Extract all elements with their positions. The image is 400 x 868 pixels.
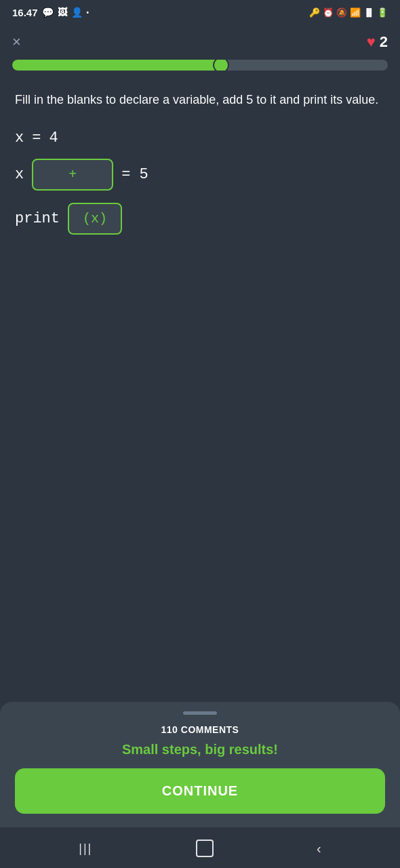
bottom-sheet: 110 COMMENTS Small steps, big results! C… [0, 702, 400, 827]
whatsapp-icon: 💬 [42, 7, 54, 18]
status-time: 16.47 [12, 7, 38, 18]
continue-button[interactable]: CONTINUE [15, 768, 385, 814]
code-area: x = 4 x + = 5 print (x) [15, 130, 385, 235]
close-button[interactable]: × [12, 35, 21, 50]
code-equals-1: = [32, 130, 41, 146]
code-line-1: x = 4 [15, 130, 385, 146]
battery-icon: 🔋 [377, 7, 388, 18]
person-icon: 👤 [71, 7, 83, 18]
lives-count: 2 [380, 33, 388, 51]
mute-icon: 🔕 [336, 7, 347, 18]
signal-icon: ▐▌ [363, 8, 374, 16]
heart-icon: ♥ [367, 33, 376, 51]
code-x-2: x [15, 166, 24, 183]
bottom-handle [183, 711, 217, 715]
code-print: print [15, 210, 60, 227]
dot-indicator: • [87, 9, 89, 16]
comments-count: 110 COMMENTS [15, 724, 385, 735]
blank-plus[interactable]: + [32, 159, 113, 191]
code-value-4: 4 [49, 130, 58, 146]
android-nav-bar: ||| ‹ [0, 829, 400, 868]
progress-bar [12, 60, 388, 71]
status-right-icons: 🔑 ⏰ 🔕 📶 ▐▌ 🔋 [309, 7, 388, 18]
lives-container: ♥ 2 [367, 33, 388, 51]
key-icon: 🔑 [309, 7, 320, 18]
back-button[interactable]: ‹ [317, 841, 321, 856]
instruction-text: Fill in the blanks to declare a variable… [15, 91, 385, 109]
alarm-icon: ⏰ [323, 7, 334, 18]
top-nav: × ♥ 2 [0, 24, 400, 60]
progress-bar-fill [12, 60, 226, 71]
status-time-area: 16.47 💬 🖼 👤 • [12, 7, 89, 18]
gallery-icon: 🖼 [58, 7, 67, 18]
motivational-text: Small steps, big results! [15, 742, 385, 757]
progress-bar-thumb [214, 60, 228, 71]
status-bar: 16.47 💬 🖼 👤 • 🔑 ⏰ 🔕 📶 ▐▌ 🔋 [0, 0, 400, 24]
blank-print-x[interactable]: (x) [68, 203, 122, 235]
home-button[interactable] [196, 840, 214, 857]
wifi-icon: 📶 [350, 7, 361, 18]
code-x-1: x [15, 130, 24, 146]
recent-apps-button[interactable]: ||| [79, 842, 92, 856]
code-equals-5: = 5 [121, 166, 148, 183]
main-content: Fill in the blanks to declare a variable… [0, 84, 400, 235]
code-line-2: x + = 5 [15, 159, 385, 191]
code-line-3: print (x) [15, 203, 385, 235]
